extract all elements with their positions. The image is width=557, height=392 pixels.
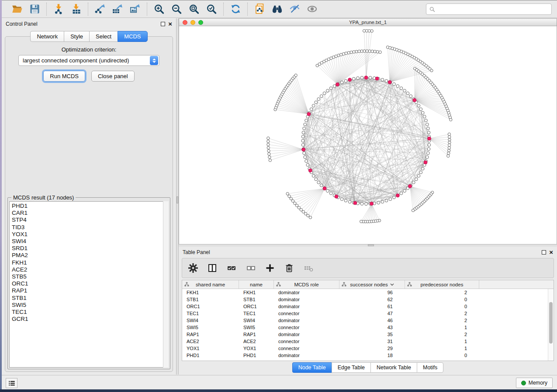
table-row[interactable]: RAP1RAP1dominator352: [182, 331, 554, 338]
table-row[interactable]: STB1STB1dominator620: [182, 296, 554, 303]
tab-motifs[interactable]: Motifs: [417, 362, 443, 373]
result-node[interactable]: ACE2: [12, 266, 168, 273]
result-node[interactable]: STB5: [12, 273, 168, 280]
result-node[interactable]: SWI4: [12, 238, 168, 245]
result-node[interactable]: PMA2: [12, 252, 168, 259]
result-list-scrollbar[interactable]: [163, 201, 169, 368]
share-network-button[interactable]: [252, 2, 267, 16]
result-node[interactable]: STB1: [12, 295, 168, 302]
refresh-icon: [230, 3, 242, 15]
cell-shared-name: STB1: [182, 297, 239, 302]
result-node[interactable]: PHD1: [12, 203, 168, 210]
export-table-button[interactable]: [110, 2, 125, 16]
cell-successor-nodes: 35: [339, 332, 405, 337]
table-tabs: Node TableEdge TableNetwork TableMotifs: [179, 362, 557, 373]
search-input[interactable]: [438, 5, 549, 14]
cell-successor-nodes: 43: [339, 325, 405, 330]
tab-node-table[interactable]: Node Table: [292, 362, 332, 373]
cell-predecessor-nodes: 2: [405, 332, 479, 337]
delete-table-button[interactable]: [302, 261, 315, 275]
task-history-button[interactable]: [6, 378, 17, 388]
zoom-in-button[interactable]: [152, 2, 166, 16]
search-network-icon: [271, 3, 283, 15]
close-table-panel-icon[interactable]: ×: [549, 250, 553, 254]
float-table-panel-icon[interactable]: [542, 250, 546, 254]
result-node[interactable]: YOX1: [12, 231, 168, 238]
search-box[interactable]: [426, 3, 552, 15]
network-canvas[interactable]: [179, 26, 557, 244]
table-row[interactable]: SWI5SWI5connector431: [182, 324, 554, 331]
hide-panels-button[interactable]: [287, 2, 302, 16]
run-mcds-button[interactable]: Run MCDS: [43, 71, 85, 82]
criterion-dropdown[interactable]: largest connected component (undirected): [18, 55, 159, 66]
result-node[interactable]: STP4: [12, 217, 168, 224]
import-table-button[interactable]: [69, 2, 83, 16]
close-panel-icon[interactable]: ×: [168, 22, 172, 26]
result-node[interactable]: ORC1: [12, 280, 168, 287]
tab-network[interactable]: Network: [30, 31, 64, 42]
save-session-button[interactable]: [27, 2, 42, 16]
import-network-button[interactable]: [51, 2, 66, 16]
add-column-icon: [265, 263, 275, 273]
table-row[interactable]: PHD1PHD1dominator180: [182, 352, 554, 359]
result-node[interactable]: SRD1: [12, 245, 168, 252]
deselect-all-button[interactable]: [244, 261, 257, 275]
zoom-out-button[interactable]: [169, 2, 184, 16]
gear-button[interactable]: [187, 261, 200, 275]
tab-style[interactable]: Style: [64, 31, 89, 42]
cell-name: PHD1: [239, 353, 274, 358]
export-network-button[interactable]: [93, 2, 107, 16]
column-header-MCDS-role[interactable]: MCDS role: [274, 280, 339, 289]
refresh-button[interactable]: [228, 2, 243, 16]
delete-button[interactable]: [283, 261, 296, 275]
add-column-button[interactable]: [263, 261, 277, 275]
cell-shared-name: FKH1: [182, 290, 239, 295]
cell-successor-nodes: 96: [339, 290, 405, 295]
column-header-shared-name[interactable]: shared name: [182, 280, 239, 289]
table-scrollbar[interactable]: [548, 289, 554, 361]
search-network-button[interactable]: [270, 2, 284, 16]
close-panel-button[interactable]: Close panel: [91, 71, 135, 82]
tab-mcds[interactable]: MCDS: [118, 31, 147, 42]
cell-MCDS-role: dominator: [274, 353, 339, 358]
table-scrollbar-thumb[interactable]: [549, 302, 553, 344]
result-node[interactable]: FKH1: [12, 259, 168, 266]
horizontal-splitter-grip[interactable]: [368, 244, 374, 246]
table-row[interactable]: ACE2ACE2connector311: [182, 338, 554, 345]
zoom-fit-button[interactable]: [187, 2, 201, 16]
memory-button[interactable]: Memory: [516, 378, 553, 388]
show-panels-button[interactable]: [304, 2, 319, 16]
result-node[interactable]: SWI5: [12, 302, 168, 309]
result-node[interactable]: RAP1: [12, 287, 168, 294]
result-node[interactable]: GCR1: [12, 316, 168, 323]
zoom-selected-button[interactable]: [204, 2, 219, 16]
cell-successor-nodes: 31: [339, 339, 405, 344]
table-row[interactable]: TEC1TEC1connector472: [182, 310, 554, 317]
split-columns-button[interactable]: [206, 261, 219, 275]
hierarchy-icon: [276, 282, 281, 287]
table-row[interactable]: SWI4SWI4dominator462: [182, 317, 554, 324]
table-row[interactable]: FKH1FKH1dominator962: [182, 289, 554, 296]
vertical-splitter-grip[interactable]: [176, 196, 178, 203]
column-header-name[interactable]: name: [239, 280, 274, 289]
cell-name: TEC1: [239, 311, 274, 316]
column-header-successor-nodes[interactable]: successor nodes: [339, 280, 405, 289]
network-graph[interactable]: [179, 26, 557, 244]
float-panel-icon[interactable]: [161, 22, 165, 26]
result-node[interactable]: TID3: [12, 224, 168, 231]
mcds-result-list[interactable]: PHD1CAR1STP4TID3YOX1SWI4SRD1PMA2FKH1ACE2…: [9, 201, 169, 368]
cell-name: SWI5: [239, 325, 274, 330]
tab-network-table[interactable]: Network Table: [370, 362, 417, 373]
table-row[interactable]: YOX1YOX1connector291: [182, 345, 554, 352]
export-image-button[interactable]: [128, 2, 142, 16]
result-node[interactable]: CAR1: [12, 210, 168, 217]
open-file-button[interactable]: [10, 2, 24, 16]
result-node[interactable]: TEC1: [12, 309, 168, 316]
tab-edge-table[interactable]: Edge Table: [332, 362, 370, 373]
select-all-button[interactable]: [225, 261, 238, 275]
hierarchy-icon: [342, 282, 346, 287]
table-row[interactable]: ORC1ORC1dominator610: [182, 303, 554, 310]
column-header-predecessor-nodes[interactable]: predecessor nodes: [405, 280, 479, 289]
cell-name: SWI4: [239, 318, 274, 323]
tab-select[interactable]: Select: [89, 31, 118, 42]
